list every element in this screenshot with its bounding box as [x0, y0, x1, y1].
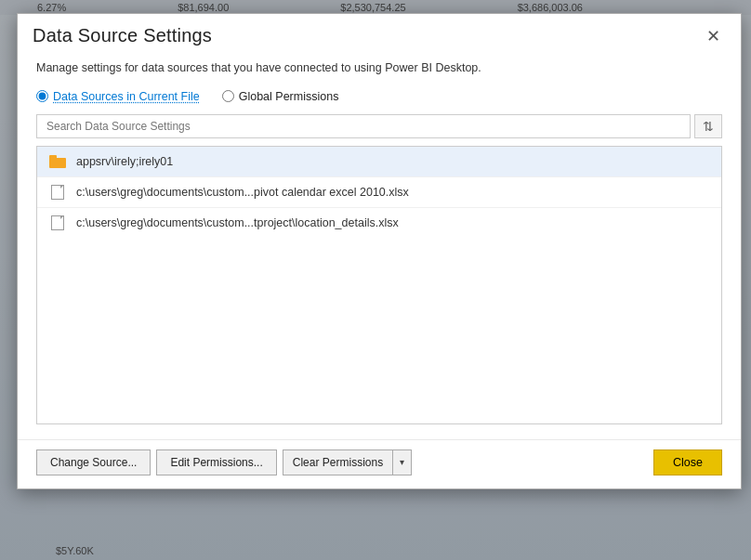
datasource-label: c:\users\greg\documents\custom...pivot c…	[76, 186, 409, 199]
close-button[interactable]: Close	[653, 449, 722, 475]
dialog-body: Manage settings for data sources that yo…	[18, 56, 741, 436]
close-icon-button[interactable]: ✕	[701, 26, 726, 46]
clear-permissions-dropdown-arrow[interactable]: ▾	[393, 450, 411, 475]
change-source-button[interactable]: Change Source...	[36, 449, 151, 475]
search-input[interactable]	[36, 114, 691, 138]
radio-current-file-option[interactable]: Data Sources in Current File	[36, 90, 200, 103]
list-item[interactable]: c:\users\greg\documents\custom...pivot c…	[37, 177, 721, 208]
dialog-title: Data Source Settings	[33, 25, 212, 46]
datasource-label: appsrv\irely;irely01	[76, 155, 173, 168]
file-icon	[48, 185, 67, 200]
dialog-footer: Change Source... Edit Permissions... Cle…	[18, 439, 741, 488]
radio-current-file-input[interactable]	[36, 90, 48, 102]
search-row: ⇅	[36, 114, 722, 138]
list-item[interactable]: c:\users\greg\documents\custom...tprojec…	[37, 208, 721, 238]
datasource-label: c:\users\greg\documents\custom...tprojec…	[76, 216, 399, 229]
footer-right-buttons: Close	[653, 449, 722, 475]
radio-global-input[interactable]	[222, 90, 234, 102]
clear-permissions-split-button: Clear Permissions ▾	[283, 449, 412, 475]
dialog-description: Manage settings for data sources that yo…	[36, 59, 722, 77]
clear-permissions-button[interactable]: Clear Permissions	[283, 450, 393, 475]
radio-current-file-label: Data Sources in Current File	[53, 90, 200, 103]
radio-global-option[interactable]: Global Permissions	[222, 90, 339, 103]
radio-group: Data Sources in Current File Global Perm…	[36, 90, 722, 103]
list-item[interactable]: appsrv\irely;irely01	[37, 147, 721, 177]
data-source-settings-dialog: Data Source Settings ✕ Manage settings f…	[17, 13, 742, 489]
dialog-titlebar: Data Source Settings ✕	[18, 14, 741, 56]
radio-global-label: Global Permissions	[239, 90, 339, 103]
edit-permissions-button[interactable]: Edit Permissions...	[156, 449, 276, 475]
folder-icon	[48, 154, 67, 169]
datasource-list: appsrv\irely;irely01 c:\users\greg\docum…	[36, 146, 722, 424]
footer-left-buttons: Change Source... Edit Permissions... Cle…	[36, 449, 412, 475]
sort-button[interactable]: ⇅	[694, 114, 722, 138]
file-icon	[48, 215, 67, 230]
